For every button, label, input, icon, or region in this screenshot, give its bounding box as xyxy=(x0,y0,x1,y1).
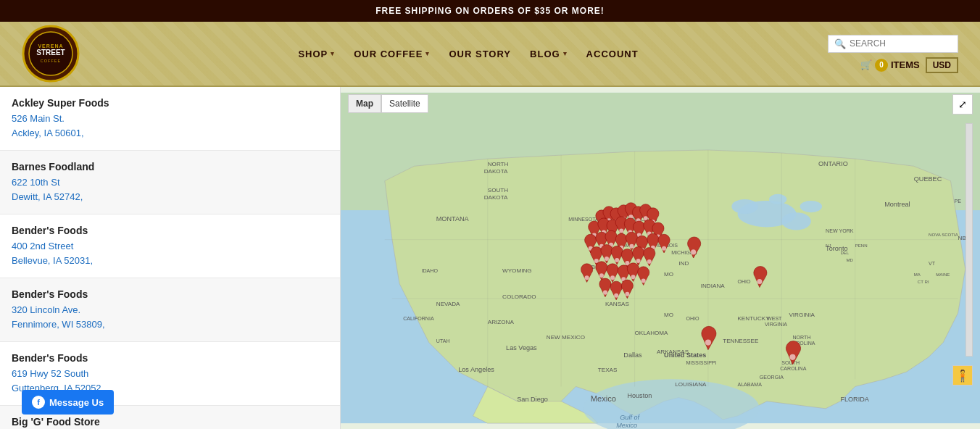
svg-text:COFFEE: COFFEE xyxy=(41,59,61,63)
nav-shop[interactable]: SHOP ▾ xyxy=(291,44,342,64)
store-list-item[interactable]: Ackley Super Foods 526 Main St.Ackley, I… xyxy=(0,87,340,151)
svg-point-100 xyxy=(619,228,623,233)
svg-text:PE: PE xyxy=(955,199,962,204)
store-name: Bender's Foods xyxy=(12,225,328,236)
svg-point-8 xyxy=(781,212,811,230)
logo[interactable]: VERENA STREET COFFEE xyxy=(22,25,80,83)
svg-point-115 xyxy=(615,258,619,262)
svg-text:Los Angeles: Los Angeles xyxy=(458,366,494,373)
nav-coffee[interactable]: OUR COFFEE ▾ xyxy=(346,44,437,64)
svg-point-122 xyxy=(631,275,635,279)
svg-text:NEW MEXICO: NEW MEXICO xyxy=(547,334,585,341)
svg-text:United States: United States xyxy=(664,351,706,359)
svg-text:VIRGINIA: VIRGINIA xyxy=(765,322,787,328)
svg-text:IDAHO: IDAHO xyxy=(422,268,439,274)
store-list-item[interactable]: Barnes Foodland 622 10th StDewitt, IA 52… xyxy=(0,151,340,214)
svg-text:MONTANA: MONTANA xyxy=(436,215,470,222)
nav-account[interactable]: ACCOUNT xyxy=(579,44,646,64)
svg-text:WYOMING: WYOMING xyxy=(502,267,532,274)
svg-text:QUEBEC: QUEBEC xyxy=(914,175,942,183)
message-us-label: Message Us xyxy=(49,397,104,408)
store-address: 320 Lincoln Ave.Fennimore, WI 53809, xyxy=(12,303,328,331)
svg-point-123 xyxy=(641,278,646,283)
svg-point-9 xyxy=(800,201,822,212)
svg-text:VERENA: VERENA xyxy=(38,43,63,49)
store-name: Ackley Super Foods xyxy=(12,97,328,109)
store-address: 622 10th StDewitt, IA 52742, xyxy=(12,175,328,204)
svg-point-131 xyxy=(705,340,711,346)
map-area[interactable]: Map Satellite ⤢ xyxy=(341,87,980,429)
svg-point-109 xyxy=(629,244,634,249)
svg-text:OHIO: OHIO xyxy=(737,279,751,285)
search-input[interactable] xyxy=(850,38,951,49)
currency-button[interactable]: USD xyxy=(926,57,958,73)
svg-text:DAKOTA: DAKOTA xyxy=(484,168,508,175)
promo-banner: FREE SHIPPING ON ORDERS OF $35 OR MORE! xyxy=(0,0,980,22)
svg-text:VIRGINIA: VIRGINIA xyxy=(789,312,815,318)
main-content: Ackley Super Foods 526 Main St.Ackley, I… xyxy=(0,87,980,429)
svg-text:Dallas: Dallas xyxy=(623,351,642,359)
store-address: 400 2nd StreetBellevue, IA 52031, xyxy=(12,239,328,267)
svg-text:NORTH: NORTH xyxy=(792,335,810,341)
svg-point-127 xyxy=(625,292,629,296)
svg-point-117 xyxy=(636,259,641,263)
svg-text:INDIANA: INDIANA xyxy=(701,283,725,289)
site-header: VERENA STREET COFFEE SHOP ▾ OUR COFFEE ▾… xyxy=(0,22,980,87)
svg-text:ONTARIO: ONTARIO xyxy=(818,160,848,167)
svg-point-120 xyxy=(610,275,615,280)
store-list-item[interactable]: Bender's Foods 400 2nd StreetBellevue, I… xyxy=(0,214,340,278)
nav-story[interactable]: OUR STORY xyxy=(441,44,518,64)
svg-text:SOUTH: SOUTH xyxy=(781,360,800,366)
svg-text:NORTH: NORTH xyxy=(488,161,509,167)
cart-icon: 🛒 xyxy=(860,59,872,70)
svg-text:COLORADO: COLORADO xyxy=(502,293,536,300)
svg-text:SOUTH: SOUTH xyxy=(488,187,509,193)
svg-point-11 xyxy=(769,194,786,204)
person-icon: 🧍 xyxy=(955,369,970,383)
svg-point-119 xyxy=(599,273,604,278)
svg-text:OKLAHOMA: OKLAHOMA xyxy=(635,330,669,336)
nav-blog[interactable]: BLOG ▾ xyxy=(523,44,575,64)
svg-text:UTAH: UTAH xyxy=(436,338,450,344)
svg-text:Mexico: Mexico xyxy=(591,394,616,403)
svg-point-128 xyxy=(691,249,696,254)
svg-text:DEL: DEL xyxy=(840,250,849,255)
svg-text:PENN: PENN xyxy=(855,243,868,248)
svg-text:CT RI: CT RI xyxy=(918,279,929,284)
svg-point-118 xyxy=(647,259,652,264)
svg-text:STREET: STREET xyxy=(36,49,65,57)
cart-currency-area: 🛒 0 ITEMS USD xyxy=(860,57,958,73)
map-scrollbar[interactable] xyxy=(966,123,973,357)
svg-text:MO: MO xyxy=(664,271,673,278)
svg-text:NEVADA: NEVADA xyxy=(436,301,460,307)
svg-text:MAINE: MAINE xyxy=(936,272,950,277)
svg-text:KANSAS: KANSAS xyxy=(605,301,629,307)
map-svg: MONTANA WYOMING NEBRASKA KANSAS MO INDIA… xyxy=(341,87,980,429)
search-box[interactable]: 🔍 xyxy=(828,35,958,53)
svg-point-10 xyxy=(731,199,757,214)
store-name: Bender's Foods xyxy=(12,288,328,300)
svg-point-124 xyxy=(585,275,589,280)
facebook-icon: f xyxy=(32,396,45,409)
svg-text:CAROLINA: CAROLINA xyxy=(780,366,806,372)
store-list[interactable]: Ackley Super Foods 526 Main St.Ackley, I… xyxy=(0,87,341,429)
main-nav: SHOP ▾ OUR COFFEE ▾ OUR STORY BLOG ▾ ACC… xyxy=(109,44,828,64)
coffee-chevron-icon: ▾ xyxy=(425,50,430,57)
street-view-button[interactable]: 🧍 xyxy=(952,365,973,386)
svg-text:KENTUCKY: KENTUCKY xyxy=(737,315,770,322)
fullscreen-button[interactable]: ⤢ xyxy=(952,94,973,114)
promo-text: FREE SHIPPING ON ORDERS OF $35 OR MORE! xyxy=(375,6,605,16)
header-right: 🔍 🛒 0 ITEMS USD xyxy=(828,35,958,73)
svg-text:CALIFORNIA: CALIFORNIA xyxy=(403,316,434,322)
map-view-button[interactable]: Map xyxy=(348,94,381,113)
satellite-view-button[interactable]: Satellite xyxy=(381,94,428,113)
svg-text:San Diego: San Diego xyxy=(517,396,548,403)
facebook-message-button[interactable]: f Message Us xyxy=(22,390,114,415)
store-list-item[interactable]: Bender's Foods 320 Lincoln Ave.Fennimore… xyxy=(0,278,340,342)
svg-text:Gulf of: Gulf of xyxy=(620,414,640,421)
svg-text:Las Vegas: Las Vegas xyxy=(506,344,537,351)
svg-point-112 xyxy=(662,246,666,251)
svg-text:Montreal: Montreal xyxy=(884,201,910,208)
shop-chevron-icon: ▾ xyxy=(331,50,335,57)
cart-button[interactable]: 🛒 0 ITEMS xyxy=(860,59,920,72)
